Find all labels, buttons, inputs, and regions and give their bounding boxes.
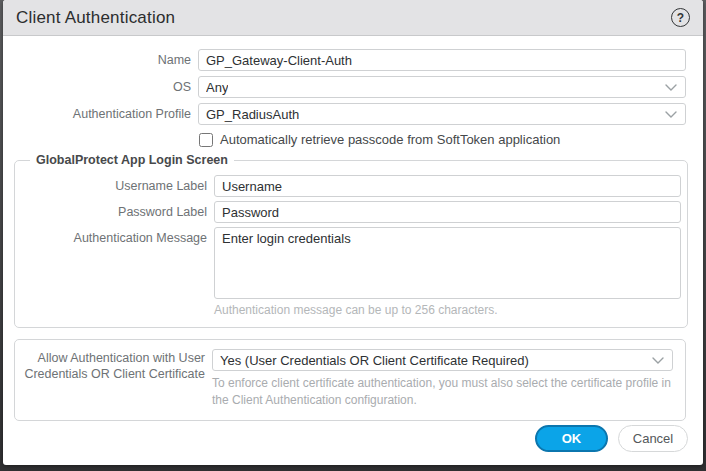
name-row: Name (11, 49, 686, 71)
softtoken-checkbox-label: Automatically retrieve passcode from Sof… (220, 132, 560, 147)
cert-auth-label: Allow Authentication with User Credentia… (15, 349, 205, 410)
auth-message-hint: Authentication message can be up to 256 … (214, 303, 681, 317)
chevron-down-icon (664, 83, 678, 92)
dialog-title: Client Authentication (16, 8, 175, 28)
cert-auth-controls: Yes (User Credentials OR Client Certific… (212, 349, 679, 410)
auth-message-label: Authentication Message (20, 227, 207, 245)
auth-message-row: Authentication Message Enter login crede… (20, 227, 681, 299)
chevron-down-icon (664, 110, 678, 119)
softtoken-checkbox[interactable] (199, 133, 213, 147)
username-label-label: Username Label (20, 179, 207, 193)
auth-profile-select-value: GP_RadiusAuth (206, 107, 299, 122)
username-label-input[interactable] (214, 175, 681, 197)
password-label-input[interactable] (214, 201, 681, 223)
dialog-titlebar: Client Authentication ? (3, 0, 703, 36)
ok-button[interactable]: OK (535, 425, 608, 452)
login-screen-group: GlobalProtect App Login Screen Username … (14, 153, 688, 328)
username-label-row: Username Label (20, 175, 681, 197)
auth-profile-label: Authentication Profile (11, 107, 191, 121)
auth-profile-select[interactable]: GP_RadiusAuth (198, 103, 686, 125)
cert-auth-select[interactable]: Yes (User Credentials OR Client Certific… (212, 349, 673, 371)
cert-auth-select-value: Yes (User Credentials OR Client Certific… (220, 353, 529, 368)
screen-backdrop: Client Authentication ? Name OS Any Auth… (0, 0, 706, 471)
name-input[interactable] (198, 49, 686, 71)
softtoken-row: Automatically retrieve passcode from Sof… (199, 132, 686, 147)
name-label: Name (11, 53, 191, 67)
os-select[interactable]: Any (198, 76, 686, 98)
login-screen-group-legend: GlobalProtect App Login Screen (30, 153, 234, 167)
dialog-footer: OK Cancel (535, 425, 688, 452)
password-label-row: Password Label (20, 201, 681, 223)
cert-auth-section: Allow Authentication with User Credentia… (14, 339, 686, 421)
client-authentication-dialog: Client Authentication ? Name OS Any Auth… (3, 0, 703, 465)
os-label: OS (11, 80, 191, 94)
help-icon[interactable]: ? (671, 8, 690, 27)
cancel-button[interactable]: Cancel (618, 425, 688, 452)
password-label-label: Password Label (20, 205, 207, 219)
os-row: OS Any (11, 76, 686, 98)
auth-message-textarea[interactable]: Enter login credentials (214, 227, 681, 299)
chevron-down-icon (651, 356, 665, 365)
os-select-value: Any (206, 80, 228, 95)
dialog-body: Name OS Any Authentication Profile GP_Ra… (3, 36, 703, 421)
auth-profile-row: Authentication Profile GP_RadiusAuth (11, 103, 686, 125)
cert-auth-hint: To enforce client certificate authentica… (212, 375, 679, 410)
